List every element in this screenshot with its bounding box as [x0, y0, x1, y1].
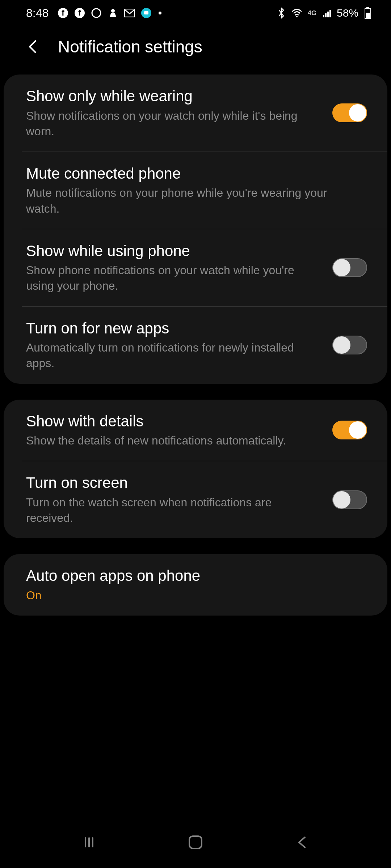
recents-button[interactable] — [81, 834, 97, 852]
toggle-turn-on-screen[interactable] — [332, 490, 367, 509]
content: Show only while wearing Show notificatio… — [0, 75, 391, 616]
svg-rect-11 — [325, 13, 327, 17]
toggle-show-while-using-phone[interactable] — [332, 258, 367, 277]
row-text: Mute connected phone Mute notifications … — [26, 164, 367, 217]
row-subtitle: Show notifications on your watch only wh… — [26, 108, 321, 139]
settings-group: Show with details Show the details of ne… — [4, 400, 387, 539]
row-title: Show only while wearing — [26, 87, 321, 106]
settings-group: Show only while wearing Show notificatio… — [4, 75, 387, 384]
svg-rect-16 — [366, 13, 370, 18]
row-title: Show with details — [26, 412, 321, 431]
row-turn-on-for-new-apps[interactable]: Turn on for new apps Automatically turn … — [22, 306, 387, 384]
row-turn-on-screen[interactable]: Turn on screen Turn on the watch screen … — [22, 461, 387, 538]
gmail-icon — [124, 7, 135, 19]
home-button[interactable] — [187, 834, 204, 852]
row-text: Auto open apps on phone On — [26, 566, 367, 603]
facebook-icon: f — [57, 7, 69, 19]
svg-rect-8 — [144, 11, 148, 14]
bluetooth-icon — [276, 7, 287, 19]
status-right: 4G 58% — [276, 7, 374, 19]
row-text: Show while using phone Show phone notifi… — [26, 242, 332, 294]
row-show-while-using-phone[interactable]: Show while using phone Show phone notifi… — [22, 229, 387, 306]
svg-point-9 — [296, 16, 298, 17]
row-title: Auto open apps on phone — [26, 566, 356, 586]
svg-rect-12 — [327, 12, 329, 17]
row-mute-connected-phone[interactable]: Mute connected phone Mute notifications … — [22, 152, 387, 229]
row-subtitle: Mute notifications on your phone while y… — [26, 185, 356, 216]
svg-rect-10 — [323, 15, 324, 17]
row-subtitle: Automatically turn on notifications for … — [26, 340, 321, 371]
row-title: Turn on for new apps — [26, 319, 321, 338]
row-show-with-details[interactable]: Show with details Show the details of ne… — [4, 400, 387, 461]
svg-text:f: f — [62, 8, 65, 17]
more-notifications-dot — [159, 12, 161, 14]
svg-rect-13 — [329, 10, 331, 17]
row-title: Show while using phone — [26, 242, 321, 261]
back-button[interactable] — [294, 834, 310, 852]
status-bar: 8:48 f f 4G 58% — [0, 0, 391, 26]
row-subtitle: Turn on the watch screen when notificati… — [26, 495, 321, 526]
header: Notification settings — [0, 26, 391, 75]
row-title: Mute connected phone — [26, 164, 356, 183]
row-subtitle: On — [26, 588, 356, 603]
network-type-label: 4G — [306, 7, 318, 19]
toggle-turn-on-for-new-apps[interactable] — [332, 336, 367, 354]
row-auto-open-apps-on-phone[interactable]: Auto open apps on phone On — [4, 554, 387, 616]
row-text: Show with details Show the details of ne… — [26, 412, 332, 449]
facebook-icon: f — [74, 7, 85, 19]
svg-rect-20 — [189, 836, 202, 848]
toggle-show-only-while-wearing[interactable] — [332, 103, 367, 122]
row-subtitle: Show the details of new notifications au… — [26, 433, 321, 448]
row-title: Turn on screen — [26, 473, 321, 493]
status-time: 8:48 — [26, 7, 49, 20]
battery-percentage: 58% — [337, 7, 358, 19]
row-text: Show only while wearing Show notificatio… — [26, 87, 332, 139]
signal-icon — [321, 7, 333, 19]
svg-point-4 — [92, 9, 101, 17]
row-subtitle: Show phone notifications on your watch w… — [26, 263, 321, 294]
back-icon[interactable] — [26, 39, 41, 54]
circle-outline-icon — [91, 7, 102, 19]
battery-icon — [362, 7, 374, 19]
navigation-bar — [0, 825, 391, 868]
status-left: 8:48 f f — [26, 7, 161, 20]
row-show-only-while-wearing[interactable]: Show only while wearing Show notificatio… — [4, 75, 387, 152]
app-icon — [107, 7, 119, 19]
page-title: Notification settings — [58, 37, 202, 56]
svg-text:f: f — [79, 8, 81, 17]
toggle-show-with-details[interactable] — [332, 421, 367, 439]
chat-icon — [140, 7, 152, 19]
settings-group: Auto open apps on phone On — [4, 554, 387, 616]
svg-point-5 — [111, 9, 115, 13]
wifi-icon — [291, 7, 303, 19]
row-text: Turn on for new apps Automatically turn … — [26, 319, 332, 371]
row-text: Turn on screen Turn on the watch screen … — [26, 473, 332, 526]
